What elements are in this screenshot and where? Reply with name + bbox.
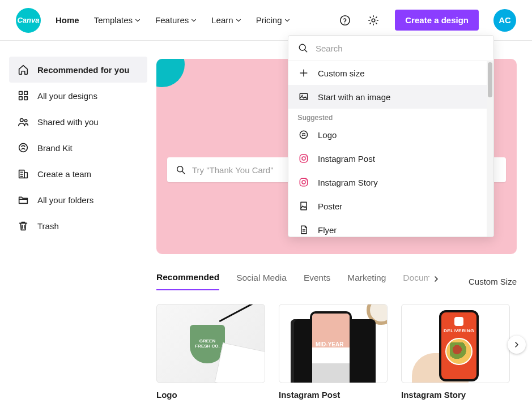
tab-custom-size[interactable]: Custom Size: [469, 277, 517, 286]
cards-scroll-right[interactable]: [508, 336, 526, 354]
sidebar-item-all-designs[interactable]: All your designs: [9, 83, 147, 109]
nav-learn-label: Learn: [211, 15, 233, 25]
sidebar-item-recommended[interactable]: Recommended for you: [9, 57, 147, 83]
trash-icon: [17, 220, 29, 232]
dropdown-item-label: Instagram Story: [318, 178, 378, 187]
create-design-dropdown: Custom size Start with an image Suggeste…: [288, 35, 494, 237]
search-icon: [175, 164, 186, 175]
tab-events[interactable]: Events: [304, 273, 330, 290]
instagram-icon: [297, 152, 310, 165]
dropdown-item-label: Flyer: [318, 225, 337, 235]
dropdown-search[interactable]: [288, 36, 493, 61]
card-thumb: MID-YEAR SALE: [279, 304, 388, 383]
image-icon: [297, 91, 310, 103]
dropdown-scrollbar[interactable]: [487, 61, 493, 237]
sidebar-item-label: Recommended for you: [37, 65, 130, 75]
create-design-button[interactable]: Create a design: [395, 10, 479, 31]
card-label: Logo: [156, 390, 265, 400]
nav-templates[interactable]: Templates: [94, 15, 141, 25]
dropdown-search-input[interactable]: [316, 44, 484, 53]
svg-rect-5: [19, 97, 23, 100]
home-icon: [17, 63, 29, 76]
dropdown-suggested-logo[interactable]: Logo: [288, 123, 493, 147]
svg-point-7: [20, 119, 24, 122]
tabs-scroll-right[interactable]: [429, 272, 443, 286]
help-button[interactable]: [338, 14, 352, 27]
svg-point-22: [305, 179, 307, 181]
svg-point-21: [302, 181, 305, 184]
sidebar-item-trash[interactable]: Trash: [9, 213, 147, 239]
dropdown-suggested-poster[interactable]: Poster: [288, 194, 493, 218]
dropdown-suggested-instagram-post[interactable]: Instagram Post: [288, 147, 493, 170]
search-icon: [297, 42, 309, 54]
card-thumb: GREEN FRESH CO.: [156, 304, 265, 383]
svg-point-18: [302, 157, 305, 160]
sidebar-item-brand-kit[interactable]: Brand Kit: [9, 135, 147, 161]
instagram-icon: [297, 176, 310, 188]
brand-icon: [17, 141, 29, 154]
svg-rect-11: [24, 173, 28, 178]
dropdown-body: Custom size Start with an image Suggeste…: [288, 61, 493, 237]
poster-icon: [297, 200, 310, 212]
people-icon: [17, 115, 29, 128]
sidebar-item-shared[interactable]: Shared with you: [9, 109, 147, 135]
svg-point-9: [19, 144, 28, 152]
canva-logo[interactable]: Canva: [16, 8, 41, 33]
chevron-down-icon: [191, 18, 197, 23]
dropdown-suggested-instagram-story[interactable]: Instagram Story: [288, 170, 493, 194]
sidebar-item-label: All your folders: [37, 195, 93, 205]
dropdown-section-label: Suggested: [288, 109, 493, 123]
gear-icon: [367, 14, 380, 27]
settings-button[interactable]: [367, 14, 380, 27]
hero-decoration: [156, 59, 185, 87]
card-label: Instagram Story: [401, 390, 510, 400]
dropdown-item-label: Custom size: [318, 68, 365, 78]
dropdown-suggested-flyer[interactable]: Flyer: [288, 218, 493, 237]
tab-social-media[interactable]: Social Media: [236, 273, 287, 290]
svg-rect-4: [24, 92, 28, 95]
nav-features[interactable]: Features: [155, 15, 197, 25]
logo-type-icon: [297, 128, 310, 141]
svg-point-15: [301, 95, 303, 96]
nav-pricing[interactable]: Pricing: [256, 15, 290, 25]
help-icon: [339, 14, 351, 27]
avatar[interactable]: AC: [493, 9, 516, 32]
dropdown-custom-size[interactable]: Custom size: [288, 61, 493, 85]
sidebar-item-label: All your designs: [37, 91, 97, 101]
sidebar-item-label: Trash: [37, 221, 59, 231]
sidebar-item-folders[interactable]: All your folders: [9, 187, 147, 213]
chevron-down-icon: [236, 18, 241, 23]
chevron-down-icon: [284, 18, 290, 23]
dropdown-item-label: Instagram Post: [318, 154, 375, 164]
dropdown-item-label: Poster: [318, 201, 342, 211]
nav-home[interactable]: Home: [56, 15, 79, 25]
plus-icon: [297, 67, 310, 79]
card-sale: MID-YEAR SALE: [316, 342, 350, 353]
card-thumb: DELIVERING: [401, 304, 510, 383]
dropdown-item-label: Start with an image: [318, 92, 390, 102]
sidebar-item-label: Brand Kit: [37, 143, 73, 153]
nav-pricing-label: Pricing: [256, 15, 282, 25]
sidebar-item-create-team[interactable]: Create a team: [9, 161, 147, 187]
template-cards: GREEN FRESH CO. Logo MID-YEAR SALE Insta…: [156, 304, 517, 400]
svg-rect-3: [19, 92, 23, 95]
card-instagram-post[interactable]: MID-YEAR SALE Instagram Post: [279, 304, 388, 400]
card-label: Instagram Post: [279, 390, 388, 400]
tab-recommended[interactable]: Recommended: [156, 272, 219, 290]
sidebar: Recommended for you All your designs Sha…: [9, 57, 147, 239]
card-badge: GREEN FRESH CO.: [190, 325, 225, 363]
card-instagram-story[interactable]: DELIVERING Instagram Story: [401, 304, 510, 400]
category-tabs: Recommended Social Media Events Marketin…: [156, 272, 517, 290]
svg-point-8: [24, 119, 27, 122]
nav-learn[interactable]: Learn: [211, 15, 241, 25]
svg-point-0: [341, 15, 350, 25]
card-logo[interactable]: GREEN FRESH CO. Logo: [156, 304, 265, 400]
office-icon: [17, 168, 29, 180]
svg-rect-6: [24, 97, 28, 100]
dropdown-start-image[interactable]: Start with an image: [288, 85, 493, 109]
card-word: DELIVERING: [444, 328, 474, 333]
svg-rect-23: [301, 202, 307, 209]
tab-marketing[interactable]: Marketing: [347, 273, 386, 290]
svg-point-19: [305, 156, 307, 157]
chevron-right-icon: [433, 276, 440, 282]
